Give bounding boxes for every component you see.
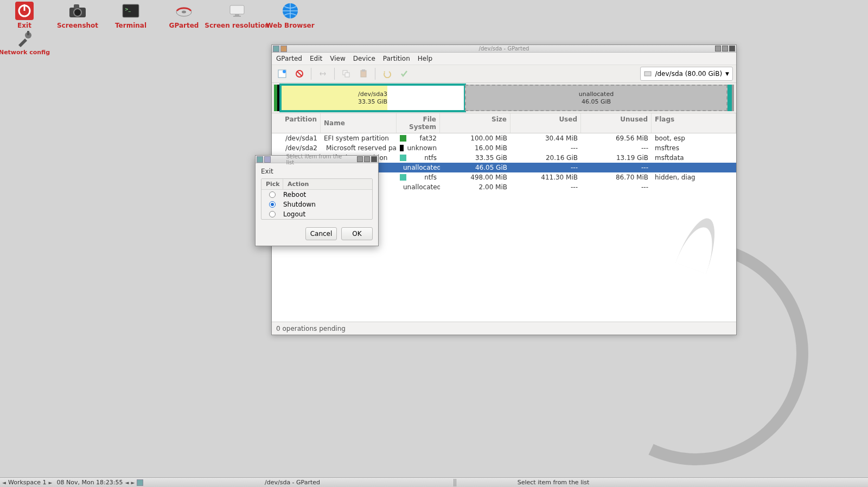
col-used[interactable]: Used: [510, 113, 581, 133]
gparted-titlebar[interactable]: /dev/sda - GParted: [272, 45, 736, 53]
svg-point-9: [182, 11, 186, 14]
svg-rect-4: [74, 4, 79, 9]
desktop-icon-label: GParted: [169, 22, 199, 29]
desktop-icon-label: Web Browser: [266, 22, 314, 29]
desktop-icon-exit[interactable]: Exit: [3, 0, 46, 29]
cancel-button[interactable]: Cancel: [305, 227, 337, 240]
undo-button[interactable]: [380, 67, 394, 81]
exit-option-label: Shutdown: [283, 201, 316, 208]
workspace-label[interactable]: Workspace 1: [8, 479, 47, 486]
menu-edit[interactable]: Edit: [310, 55, 322, 62]
globe-icon: [280, 1, 300, 21]
delete-partition-button[interactable]: [292, 67, 307, 81]
cell-partition: /dev/sda2: [272, 144, 321, 152]
svg-text:>_: >_: [125, 7, 131, 12]
cell-flags: msftres: [652, 144, 736, 152]
power-icon: [15, 1, 34, 21]
clock-prev[interactable]: ◄: [125, 480, 129, 485]
clock-next[interactable]: ►: [131, 480, 135, 485]
cell-unused: ---: [581, 183, 652, 191]
cell-filesystem: unallocated: [397, 164, 440, 171]
desktop-icon-terminal[interactable]: >_ Terminal: [110, 0, 152, 29]
col-unused[interactable]: Unused: [581, 113, 652, 133]
exit-option-row[interactable]: Shutdown: [261, 200, 372, 209]
app-icon: [273, 46, 279, 52]
workspace-next[interactable]: ►: [49, 480, 53, 485]
exit-option-row[interactable]: Reboot: [261, 190, 372, 200]
menubar: GParted Edit View Device Partition Help: [272, 53, 736, 65]
menu-help[interactable]: Help: [418, 55, 432, 62]
diskmap-unallocated[interactable]: unallocated 46.05 GiB: [465, 85, 727, 111]
status-text: 0 operations pending: [276, 325, 346, 332]
diskmap-sda4[interactable]: [727, 85, 732, 111]
workspace-prev[interactable]: ◄: [2, 480, 6, 485]
dialog-title: Select item from the list: [286, 153, 348, 165]
cell-size: 2.00 MiB: [440, 183, 510, 191]
close-button[interactable]: [729, 46, 735, 52]
menu-partition[interactable]: Partition: [383, 55, 410, 62]
clock[interactable]: 08 Nov, Mon 18:23:55: [56, 479, 123, 486]
desktop-icon-gparted[interactable]: GParted: [163, 0, 205, 29]
diskmap-sda3[interactable]: /dev/sda3 33.35 GiB: [280, 85, 465, 111]
col-flags[interactable]: Flags: [652, 113, 736, 133]
cell-flags: hidden, diag: [652, 174, 736, 181]
col-size[interactable]: Size: [440, 113, 510, 133]
desktop-icon-label: Screenshot: [57, 22, 98, 29]
maximize-button[interactable]: [364, 156, 370, 162]
desktop-icon-label: Terminal: [115, 22, 146, 29]
desktop-icon-label: Exit: [17, 22, 31, 29]
desktop-icon-screenshot[interactable]: Screenshot: [56, 0, 99, 29]
new-partition-button[interactable]: [275, 67, 289, 81]
diskmap-unalloc2[interactable]: [732, 85, 734, 111]
diskmap-size: 46.05 GiB: [582, 98, 611, 105]
resize-move-button[interactable]: [316, 67, 330, 81]
radio-button[interactable]: [269, 201, 276, 208]
minimize-button[interactable]: [715, 46, 721, 52]
cell-used: ---: [510, 144, 581, 152]
cell-unused: ---: [581, 164, 652, 171]
taskbar-item-dialog[interactable]: Select item from the list: [456, 478, 651, 486]
menu-view[interactable]: View: [330, 55, 345, 62]
cell-size: 46.05 GiB: [440, 164, 510, 171]
svg-rect-23: [362, 69, 365, 72]
col-filesystem[interactable]: File System: [397, 113, 440, 133]
copy-button[interactable]: [339, 67, 353, 81]
cell-size: 16.00 MiB: [440, 144, 510, 152]
svg-rect-24: [644, 72, 651, 76]
svg-rect-10: [230, 5, 244, 14]
paste-button[interactable]: [356, 67, 371, 81]
monitor-icon: [227, 1, 247, 21]
minimize-button[interactable]: [357, 156, 363, 162]
cell-used: 30.44 MiB: [510, 134, 581, 142]
drive-icon: [644, 70, 652, 78]
maximize-button[interactable]: [722, 46, 728, 52]
taskbar-item-gparted[interactable]: /dev/sda - GParted: [260, 478, 456, 486]
menu-device[interactable]: Device: [353, 55, 375, 62]
cell-filesystem: ntfs: [397, 174, 440, 181]
device-selector[interactable]: /dev/sda (80.00 GiB) ▼: [640, 67, 733, 81]
col-name[interactable]: Name: [321, 113, 397, 133]
ok-button[interactable]: OK: [341, 227, 373, 240]
apply-button[interactable]: [397, 67, 411, 81]
exit-dialog-titlebar[interactable]: Select item from the list: [256, 156, 378, 163]
desktop-icon-screen-resolution[interactable]: Screen resolution: [216, 0, 258, 29]
radio-button[interactable]: [269, 191, 276, 198]
menu-gparted[interactable]: GParted: [276, 55, 302, 62]
desktop-icons: Exit Screenshot >_ Terminal GParted Scre…: [3, 0, 311, 29]
radio-button[interactable]: [269, 211, 276, 217]
cell-partition: /dev/sda1: [272, 134, 321, 142]
exit-option-row[interactable]: Logout: [261, 209, 372, 219]
app-icon-2: [280, 46, 287, 52]
desktop-icon-network-config[interactable]: Network config: [3, 29, 46, 56]
desktop-icon-web-browser[interactable]: Web Browser: [269, 0, 311, 29]
cell-used: ---: [510, 164, 581, 171]
partition-row[interactable]: /dev/sda1EFI system partitionfat32100.00…: [272, 133, 736, 143]
svg-rect-21: [345, 73, 349, 77]
cell-size: 100.00 MiB: [440, 134, 510, 142]
dialog-heading: Exit: [261, 168, 373, 175]
col-partition[interactable]: Partition: [272, 113, 321, 133]
cell-filesystem: unknown: [397, 144, 440, 152]
partition-row[interactable]: /dev/sda2Microsoft reserved partitionunk…: [272, 143, 736, 153]
tray-icon[interactable]: [137, 479, 143, 486]
close-button[interactable]: [371, 156, 377, 162]
